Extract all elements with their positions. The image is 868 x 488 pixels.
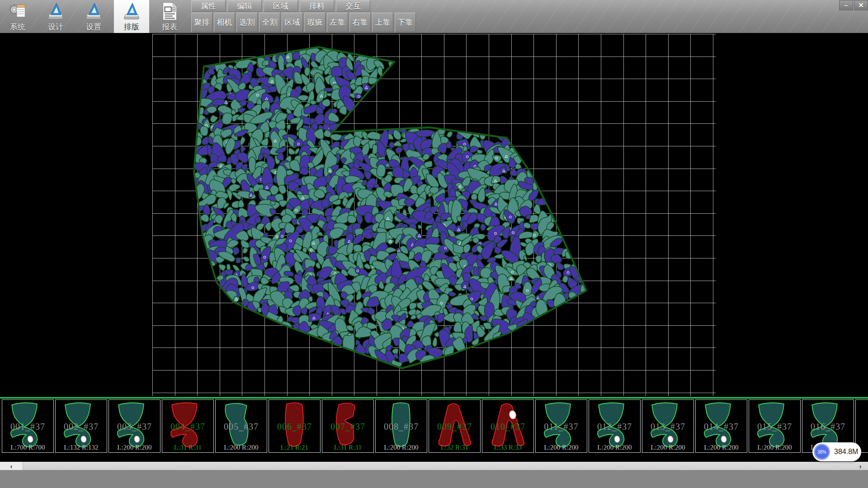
thumbnail-cell[interactable]: 011_#37L:200 R:200 bbox=[535, 399, 587, 453]
app-button-settings[interactable]: 设置 bbox=[76, 0, 111, 33]
app-button-label: 设置 bbox=[86, 22, 101, 32]
menu-edit[interactable]: 编辑 bbox=[227, 0, 262, 12]
system-icon bbox=[7, 0, 28, 22]
thumbnail-cell[interactable]: 004_#37L:31 R:31 bbox=[162, 399, 214, 453]
main-toolbar: 系统设计设置排版报表 属性编辑区域排料交互 聚排相机选割全割区域瑕疵左靠右靠上靠… bbox=[0, 0, 868, 33]
app-button-design[interactable]: 设计 bbox=[38, 0, 73, 33]
piece-shape bbox=[378, 401, 425, 451]
thumbnail-cell[interactable]: 009_#37L:32 R:31 bbox=[429, 399, 481, 453]
recorder-progress-circle: 38% bbox=[814, 444, 830, 460]
tool-button-snap-left[interactable]: 左靠 bbox=[327, 13, 348, 32]
piece-shape bbox=[165, 401, 211, 451]
tool-button-snap-down[interactable]: 下靠 bbox=[395, 13, 416, 32]
menu-interact[interactable]: 交互 bbox=[336, 0, 370, 12]
menu-nest[interactable]: 排料 bbox=[300, 0, 334, 12]
nesting-icon bbox=[121, 0, 142, 22]
design-icon bbox=[45, 0, 66, 22]
thumbnail-cell[interactable]: 013_#37L:200 R:200 bbox=[642, 399, 694, 453]
piece-shape bbox=[485, 401, 531, 451]
piece-shape bbox=[538, 401, 585, 451]
tool-button-defect[interactable]: 瑕疵 bbox=[304, 13, 326, 32]
app-button-system[interactable]: 系统 bbox=[0, 0, 35, 33]
horizontal-scrollbar[interactable]: ‹ › bbox=[0, 462, 868, 470]
thumbnail-cell[interactable]: 015_#37L:200 R:200 bbox=[749, 399, 801, 453]
close-button[interactable]: ✕ bbox=[854, 0, 868, 10]
scroll-left-button[interactable]: ‹ bbox=[0, 462, 23, 470]
piece-shape bbox=[592, 401, 638, 451]
application-window: { "window": {"minimize": "–", "close": "… bbox=[0, 0, 868, 488]
piece-shape bbox=[752, 401, 798, 451]
app-button-label: 设计 bbox=[48, 22, 63, 32]
tool-button-select-cut[interactable]: 选割 bbox=[236, 13, 258, 32]
recorder-overlay[interactable]: 38% 384.8M bbox=[812, 442, 861, 461]
thumbnail-cell[interactable]: 001_#37L:700 R:700 bbox=[2, 399, 54, 453]
piece-shape bbox=[325, 401, 371, 451]
thumbnail-cell[interactable]: 007_#37L:31 R:31 bbox=[322, 399, 374, 453]
app-button-label: 系统 bbox=[10, 22, 25, 32]
thumbnail-cell[interactable]: 006_#37L:21 R:21 bbox=[269, 399, 321, 453]
piece-shape bbox=[859, 401, 868, 451]
app-button-label: 排版 bbox=[124, 22, 139, 32]
nesting-canvas[interactable] bbox=[0, 33, 868, 397]
strip-spacer bbox=[0, 455, 868, 462]
tool-button-camera[interactable]: 相机 bbox=[214, 13, 235, 32]
tool-button-cluster-nest[interactable]: 聚排 bbox=[191, 13, 212, 32]
thumbnail-cell[interactable]: 012_#37L:200 R:200 bbox=[589, 399, 641, 453]
scroll-right-button[interactable]: › bbox=[854, 462, 866, 470]
recorder-size-label: 384.8M bbox=[834, 448, 858, 456]
tool-button-snap-up[interactable]: 上靠 bbox=[372, 13, 393, 32]
piece-shape bbox=[218, 401, 264, 451]
tool-button-region[interactable]: 区域 bbox=[282, 13, 303, 32]
app-button-label: 报表 bbox=[162, 22, 177, 32]
piece-shape bbox=[432, 401, 478, 451]
app-button-nesting[interactable]: 排版 bbox=[114, 0, 149, 33]
minimize-button[interactable]: – bbox=[839, 0, 853, 10]
settings-icon bbox=[83, 0, 104, 22]
app-button-report[interactable]: 报表 bbox=[152, 0, 187, 33]
report-icon bbox=[159, 0, 180, 22]
piece-shape bbox=[698, 401, 745, 451]
piece-shape bbox=[58, 401, 104, 451]
thumbnail-cell[interactable]: 005_#37L:200 R:200 bbox=[215, 399, 267, 453]
thumbnail-cell[interactable]: 002_#37L:132 R:132 bbox=[55, 399, 107, 453]
thumbnail-cell[interactable]: 003_#37L:200 R:200 bbox=[108, 399, 160, 453]
piece-shape bbox=[645, 401, 691, 451]
thumbnail-cell[interactable]: 010_#37L:33 R:33 bbox=[482, 399, 534, 453]
piece-shape bbox=[272, 401, 318, 451]
tool-button-cut-all[interactable]: 全割 bbox=[259, 13, 280, 32]
piece-shape bbox=[112, 401, 158, 451]
piece-thumbnail-strip: 001_#37L:700 R:700002_#37L:132 R:132003_… bbox=[0, 399, 868, 455]
thumbnail-cell[interactable]: 014_#37L:200 R:200 bbox=[695, 399, 747, 453]
menu-properties[interactable]: 属性 bbox=[191, 0, 226, 12]
thumbnail-cell[interactable]: 008_#37L:200 R:200 bbox=[375, 399, 427, 453]
tool-button-snap-right[interactable]: 右靠 bbox=[349, 13, 371, 32]
piece-shape bbox=[5, 401, 51, 451]
status-bar bbox=[0, 470, 868, 488]
menu-region[interactable]: 区域 bbox=[264, 0, 298, 12]
